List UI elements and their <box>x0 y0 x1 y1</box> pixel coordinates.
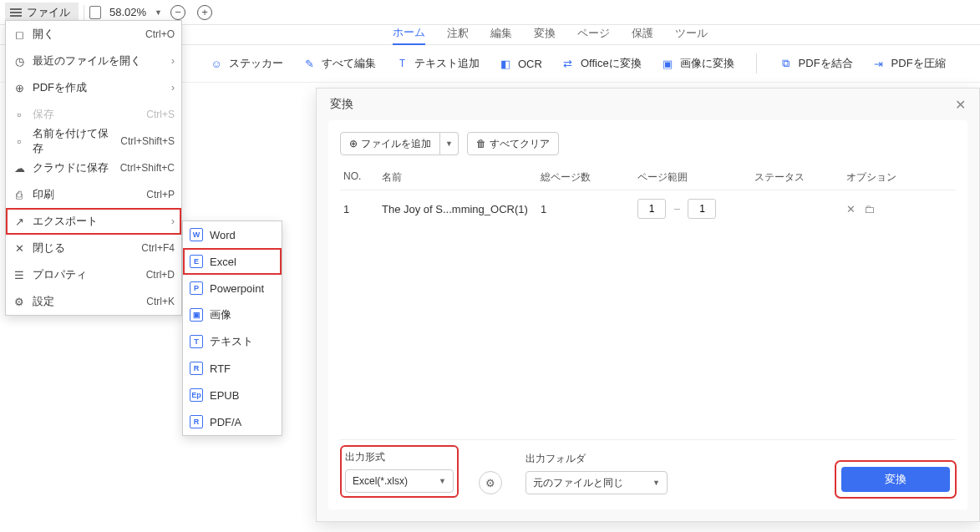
output-settings-button[interactable]: ⚙ <box>479 471 502 494</box>
zoom-value[interactable]: 58.02% <box>106 6 150 18</box>
merge-icon: ⧉ <box>779 56 794 71</box>
zoom-in-button[interactable]: + <box>197 5 212 20</box>
export-submenu: WWord EExcel PPowerpoint ▣画像 Tテキスト RRTF … <box>182 220 282 436</box>
output-format-highlight: 出力形式 Excel(*.xlsx)▼ <box>343 448 455 494</box>
dialog-header: 変換 ✕ <box>317 89 979 120</box>
row-no: 1 <box>343 203 382 215</box>
tab-annot[interactable]: 注釈 <box>447 26 469 44</box>
dialog-close-button[interactable]: ✕ <box>955 97 966 113</box>
export-rtf[interactable]: RRTF <box>183 355 282 382</box>
cloud-icon: ☁ <box>13 161 26 175</box>
menu-settings[interactable]: ⚙ 設定 Ctrl+K <box>6 288 181 315</box>
col-status: ステータス <box>754 170 846 185</box>
powerpoint-icon: P <box>190 281 203 295</box>
tab-home[interactable]: ホーム <box>393 25 425 45</box>
col-pages: 総ページ数 <box>541 170 637 185</box>
add-file-dropdown[interactable]: ▼ <box>440 132 459 155</box>
plus-icon: ⊕ <box>349 138 358 149</box>
output-format-group: 出力形式 Excel(*.xlsx)▼ <box>345 450 454 493</box>
separator <box>756 53 757 73</box>
zoom-out-button[interactable]: − <box>170 5 185 20</box>
menu-open[interactable]: ◻ 開く Ctrl+O <box>6 21 181 48</box>
tool-merge-pdf[interactable]: ⧉PDFを結合 <box>779 56 853 71</box>
rtf-icon: R <box>190 362 203 375</box>
output-folder-select[interactable]: 元のファイルと同じ▼ <box>526 471 668 494</box>
tab-convert[interactable]: 変換 <box>534 26 556 44</box>
export-epub[interactable]: EpEPUB <box>183 382 282 408</box>
table-spacer <box>340 227 956 439</box>
range-to-input[interactable] <box>688 199 716 219</box>
row-pages: 1 <box>541 203 637 215</box>
export-image[interactable]: ▣画像 <box>183 301 282 328</box>
menu-cloud-save[interactable]: ☁ クラウドに保存 Ctrl+Shift+C <box>6 155 181 181</box>
close-file-icon: ✕ <box>13 241 26 255</box>
dialog-top-actions: ⊕ファイルを追加 ▼ 🗑すべてクリア <box>340 132 956 155</box>
ocr-icon: ◧ <box>498 56 513 71</box>
print-icon: ⎙ <box>13 188 26 201</box>
menu-properties[interactable]: ☰ プロパティ Ctrl+D <box>6 261 181 288</box>
output-format-select[interactable]: Excel(*.xlsx)▼ <box>345 469 454 493</box>
menu-print[interactable]: ⎙ 印刷 Ctrl+P <box>6 181 181 208</box>
tool-edit-all[interactable]: ✎すべて編集 <box>302 56 376 71</box>
output-format-label: 出力形式 <box>345 450 454 464</box>
clear-all-button[interactable]: 🗑すべてクリア <box>467 132 559 155</box>
col-no: NO. <box>343 170 382 185</box>
table-row: 1 The Joy of S...mming_OCR(1) 1 – ✕ 🗀 <box>340 190 956 227</box>
image-icon: ▣ <box>660 56 675 71</box>
dialog-title: 変換 <box>330 97 955 112</box>
menu-recent[interactable]: ◷ 最近のファイルを開く › <box>6 48 181 74</box>
zoom-dropdown-icon[interactable]: ▼ <box>155 8 162 17</box>
convert-dialog: 変換 ✕ ⊕ファイルを追加 ▼ 🗑すべてクリア NO. 名前 総ページ数 ページ… <box>316 88 980 522</box>
col-options: オプション <box>846 170 952 185</box>
menu-export[interactable]: ↗ エクスポート › <box>6 208 181 235</box>
sticker-icon: ☺ <box>209 56 224 71</box>
file-menu-button[interactable]: ファイル <box>5 3 79 23</box>
export-excel[interactable]: EExcel <box>183 248 282 275</box>
tab-edit[interactable]: 編集 <box>490 26 512 44</box>
tool-add-text[interactable]: Ｔテキスト追加 <box>394 56 480 71</box>
add-file-button[interactable]: ⊕ファイルを追加 <box>340 132 440 155</box>
output-folder-group: 出力フォルダ 元のファイルと同じ▼ <box>526 452 668 494</box>
open-icon: ◻ <box>13 28 26 41</box>
col-range: ページ範囲 <box>637 170 754 185</box>
menu-save-as[interactable]: ▫ 名前を付けて保存 Ctrl+Shift+S <box>6 128 181 155</box>
excel-icon: E <box>190 255 203 268</box>
text-icon: T <box>190 335 203 348</box>
document-icon[interactable] <box>89 6 101 19</box>
add-file-split-button: ⊕ファイルを追加 ▼ <box>340 132 459 155</box>
export-text[interactable]: Tテキスト <box>183 328 282 355</box>
recent-icon: ◷ <box>13 54 26 68</box>
compress-icon: ⇥ <box>871 56 886 71</box>
menu-save: ▫ 保存 Ctrl+S <box>6 101 181 128</box>
hamburger-icon <box>10 8 22 17</box>
export-icon: ↗ <box>13 215 26 228</box>
dialog-body: ⊕ファイルを追加 ▼ 🗑すべてクリア NO. 名前 総ページ数 ページ範囲 ステ… <box>328 120 967 509</box>
convert-button[interactable]: 変換 <box>841 467 950 492</box>
export-powerpoint[interactable]: PPowerpoint <box>183 275 282 301</box>
file-menu-dropdown: ◻ 開く Ctrl+O ◷ 最近のファイルを開く › ⊕ PDFを作成 › ▫ … <box>5 20 182 316</box>
col-name: 名前 <box>382 170 541 185</box>
row-folder-button[interactable]: 🗀 <box>864 203 875 215</box>
export-pdfa[interactable]: RPDF/A <box>183 408 282 435</box>
menu-close[interactable]: ✕ 閉じる Ctrl+F4 <box>6 235 181 261</box>
menu-create-pdf[interactable]: ⊕ PDFを作成 › <box>6 74 181 101</box>
tab-protect[interactable]: 保護 <box>632 26 653 44</box>
tool-ocr[interactable]: ◧OCR <box>498 56 542 71</box>
chevron-down-icon: ▼ <box>439 477 446 485</box>
create-icon: ⊕ <box>13 81 26 94</box>
word-icon: W <box>190 228 203 241</box>
row-remove-button[interactable]: ✕ <box>846 203 856 215</box>
office-icon: ⇄ <box>561 56 576 71</box>
edit-all-icon: ✎ <box>302 56 317 71</box>
epub-icon: Ep <box>190 388 203 402</box>
tab-tool[interactable]: ツール <box>675 26 708 44</box>
tool-to-image[interactable]: ▣画像に変換 <box>660 56 734 71</box>
range-separator: – <box>674 202 680 215</box>
tool-to-office[interactable]: ⇄Officeに変換 <box>561 56 642 71</box>
export-word[interactable]: WWord <box>183 221 282 248</box>
tab-page[interactable]: ページ <box>577 26 610 44</box>
row-range: – <box>637 199 754 219</box>
tool-compress-pdf[interactable]: ⇥PDFを圧縮 <box>871 56 946 71</box>
range-from-input[interactable] <box>637 199 666 219</box>
tool-sticker[interactable]: ☺ステッカー <box>209 56 283 71</box>
